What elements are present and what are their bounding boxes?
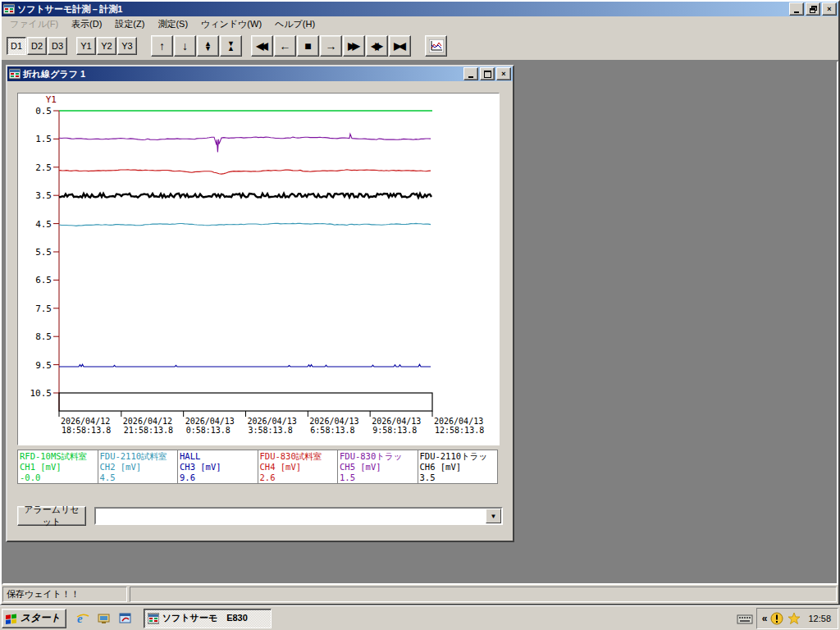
combobox-dropdown-button[interactable]: ▼	[486, 509, 501, 523]
line-chart: Y10.51.52.53.54.55.56.57.58.59.510.52026…	[18, 94, 499, 445]
legend-cell-ch2: FDU-2110試料室CH2 [mV]4.5	[98, 450, 178, 483]
task-label: ソフトサーモ E830	[162, 612, 248, 624]
statusbar: 保存ウェイト！！	[2, 585, 838, 604]
fast-forward-icon: ▶▶	[348, 40, 359, 52]
svg-text:4.5: 4.5	[35, 219, 52, 230]
d1-button[interactable]: D1	[7, 37, 26, 55]
menu-view[interactable]: 表示(D)	[65, 16, 108, 32]
taskbar-clock[interactable]: 12:58	[805, 614, 831, 623]
fast-back-button[interactable]: ◀◀	[251, 35, 273, 57]
windows-logo-icon	[5, 613, 18, 624]
step-back-icon: ←	[280, 39, 291, 52]
chevron-down-icon: ▼	[491, 513, 497, 520]
shrink-vertical-button[interactable]: ▼▲	[220, 35, 242, 57]
graph-titlebar[interactable]: 折れ線グラフ 1 ×	[7, 66, 513, 81]
svg-text:2.5: 2.5	[35, 162, 52, 173]
svg-text:5.5: 5.5	[35, 247, 52, 258]
keyboard-icon[interactable]	[737, 613, 753, 624]
svg-text:2026/04/13: 2026/04/13	[434, 417, 483, 426]
menu-measure[interactable]: 測定(S)	[151, 16, 194, 32]
alarm-row: アラームリセット ▼	[17, 505, 503, 527]
alarm-reset-button[interactable]: アラームリセット	[17, 506, 86, 526]
y3-button[interactable]: Y3	[117, 37, 137, 55]
shrink-horizontal-button[interactable]: ▶◀	[389, 35, 411, 57]
stop-button[interactable]: ■	[297, 35, 319, 57]
window-title: ソフトサーモ計測－計測1	[15, 3, 788, 16]
channels-icon[interactable]	[117, 610, 134, 627]
d3-button[interactable]: D3	[48, 37, 67, 55]
svg-text:1.5: 1.5	[35, 134, 52, 144]
start-button[interactable]: スタート	[2, 609, 66, 628]
minimize-icon	[794, 11, 799, 13]
svg-text:2026/04/12: 2026/04/12	[61, 417, 110, 426]
graph-view-button[interactable]	[425, 35, 447, 57]
close-icon: ×	[827, 6, 831, 13]
close-button[interactable]: ×	[822, 2, 837, 16]
internet-explorer-icon[interactable]: e	[75, 610, 91, 627]
svg-text:2026/04/13: 2026/04/13	[185, 417, 235, 426]
step-forward-button[interactable]: →	[320, 35, 342, 57]
shrink-vertical-icon: ▼▲	[227, 41, 235, 51]
graph-minimize-button[interactable]	[463, 67, 478, 80]
graph-window-icon	[9, 68, 21, 80]
svg-text:9:58:13.8: 9:58:13.8	[372, 426, 417, 435]
line-chart-panel: Y10.51.52.53.54.55.56.57.58.59.510.52026…	[17, 93, 500, 445]
restore-button[interactable]	[806, 2, 820, 16]
quick-launch: e	[75, 610, 134, 627]
svg-text:9.5: 9.5	[35, 360, 52, 371]
legend-cell-ch6: FDU-2110トラッCH6 [mV]3.5	[418, 450, 498, 483]
svg-text:7.5: 7.5	[35, 304, 52, 314]
main-titlebar[interactable]: ソフトサーモ計測－計測1 ×	[2, 2, 838, 16]
graph-close-icon: ×	[501, 71, 505, 78]
menu-settings[interactable]: 設定(Z)	[108, 16, 151, 32]
alarm-combobox-value[interactable]	[96, 509, 486, 523]
start-label: スタート	[21, 611, 61, 625]
fast-back-icon: ◀◀	[256, 40, 267, 52]
svg-text:6.5: 6.5	[35, 275, 52, 285]
svg-text:3.5: 3.5	[35, 190, 52, 201]
status-message: 保存ウェイト！！	[2, 587, 127, 602]
svg-text:18:58:13.8: 18:58:13.8	[62, 426, 111, 435]
alarm-combobox[interactable]: ▼	[94, 507, 503, 525]
fast-forward-button[interactable]: ▶▶	[343, 35, 365, 57]
menu-file[interactable]: ファイル(F)	[3, 16, 65, 32]
menu-help[interactable]: ヘルプ(H)	[268, 16, 322, 32]
task-app-icon	[148, 613, 159, 624]
show-desktop-icon[interactable]	[96, 610, 112, 627]
scroll-down-icon: ↓	[182, 39, 188, 52]
step-forward-icon: →	[326, 39, 337, 52]
step-back-button[interactable]: ←	[274, 35, 296, 57]
graph-maximize-button[interactable]	[480, 67, 495, 80]
star-icon[interactable]	[788, 612, 801, 625]
scroll-up-icon: ↑	[159, 39, 165, 52]
restore-icon	[810, 6, 817, 13]
y2-button[interactable]: Y2	[97, 37, 116, 55]
svg-text:2026/04/13: 2026/04/13	[309, 417, 358, 426]
svg-text:21:58:13.8: 21:58:13.8	[124, 426, 173, 435]
legend-cell-ch5: FDU-830トラッCH5 [mV]1.5	[337, 450, 418, 483]
taskbar: スタート e	[0, 605, 840, 630]
minimize-button[interactable]	[789, 2, 804, 16]
expand-horizontal-button[interactable]: ◀▶	[366, 35, 388, 57]
scroll-down-button[interactable]: ↓	[174, 35, 196, 57]
screen: ソフトサーモ計測－計測1 × ファイル(F) 表示(D) 設定(Z) 測定(S)…	[0, 0, 840, 630]
legend-cell-ch4: FDU-830試料室CH4 [mV]2.6	[258, 450, 338, 483]
taskbar-item-softthermo[interactable]: ソフトサーモ E830	[144, 609, 272, 628]
expand-vertical-button[interactable]: ▲▼	[197, 35, 219, 57]
menu-window[interactable]: ウィンドウ(W)	[194, 16, 268, 32]
shrink-horizontal-icon: ▶◀	[394, 40, 405, 52]
toolbar: D1 D2 D3 Y1 Y2 Y3 ↑ ↓ ▲▼ ▼▲ ◀◀ ← ■	[2, 32, 838, 61]
graph-minimize-icon	[468, 76, 473, 78]
mdi-client-area: 折れ線グラフ 1 × Y10.51.52.53.54.55.56.57.58.5…	[2, 61, 838, 585]
d2-button[interactable]: D2	[27, 37, 47, 55]
scroll-up-button[interactable]: ↑	[151, 35, 173, 57]
svg-text:3:58:13.8: 3:58:13.8	[249, 426, 293, 435]
status-panel-2	[130, 587, 837, 602]
system-tray: « 12:58	[756, 608, 838, 629]
menubar: ファイル(F) 表示(D) 設定(Z) 測定(S) ウィンドウ(W) ヘルプ(H…	[2, 16, 838, 32]
expand-horizontal-icon: ◀▶	[371, 40, 382, 52]
y1-button[interactable]: Y1	[76, 37, 96, 55]
security-alert-icon[interactable]	[770, 612, 783, 625]
graph-close-button[interactable]: ×	[496, 67, 511, 80]
tray-expand-chevron[interactable]: «	[762, 613, 767, 624]
